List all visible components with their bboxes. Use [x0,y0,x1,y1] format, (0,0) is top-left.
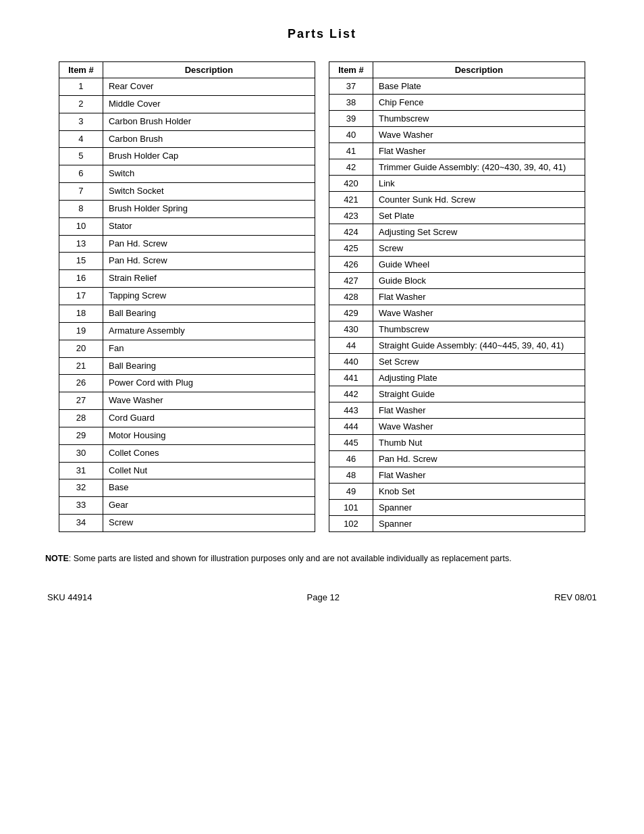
item-description: Screw [103,515,315,532]
table-row: 44Straight Guide Assembly: (440~445, 39,… [329,338,585,354]
item-number: 26 [59,375,103,392]
item-description: Brush Holder Spring [103,200,315,217]
table-row: 38Chip Fence [329,95,585,111]
table-row: 442Straight Guide [329,386,585,402]
item-description: Pan Hd. Screw [103,253,315,270]
item-number: 30 [59,444,103,462]
table-row: 39Thumbscrew [329,111,585,127]
item-number: 423 [329,208,373,224]
item-description: Set Plate [373,208,585,224]
table-row: 428Flat Washer [329,289,585,305]
table-row: 3Carbon Brush Holder [59,113,315,130]
item-number: 5 [59,148,103,165]
table-row: 30Collet Cones [59,444,315,462]
item-number: 31 [59,462,103,479]
item-description: Wave Washer [373,305,585,321]
right-table-desc-header: Description [373,62,585,78]
item-number: 428 [329,289,373,305]
item-number: 44 [329,338,373,354]
item-description: Fan [103,340,315,357]
item-number: 33 [59,497,103,515]
item-description: Base Plate [373,78,585,95]
item-number: 8 [59,200,103,217]
table-row: 37Base Plate [329,78,585,95]
item-description: Adjusting Set Screw [373,224,585,240]
item-number: 13 [59,235,103,253]
item-description: Collet Cones [103,444,315,462]
item-number: 37 [329,78,373,95]
item-description: Armature Assembly [103,322,315,340]
item-description: Middle Cover [103,95,315,113]
table-row: 426Guide Wheel [329,257,585,273]
table-row: 41Flat Washer [329,143,585,159]
left-table-item-header: Item # [59,62,103,78]
table-row: 429Wave Washer [329,305,585,321]
table-row: 1Rear Cover [59,78,315,96]
item-number: 42 [329,159,373,176]
table-row: 20Fan [59,340,315,357]
table-row: 32Base [59,479,315,497]
item-number: 19 [59,322,103,340]
item-number: 20 [59,340,103,357]
item-number: 32 [59,479,103,497]
item-description: Wave Washer [373,127,585,143]
item-description: Chip Fence [373,95,585,111]
item-description: Set Screw [373,354,585,370]
table-row: 420Link [329,176,585,192]
item-description: Straight Guide [373,386,585,402]
table-row: 16Strain Relief [59,270,315,288]
item-number: 27 [59,392,103,410]
item-number: 426 [329,257,373,273]
right-parts-table: Item # Description 37Base Plate38Chip Fe… [329,61,585,532]
item-description: Spanner [373,516,585,532]
item-number: 445 [329,435,373,451]
item-description: Wave Washer [373,419,585,435]
table-row: 31Collet Nut [59,462,315,479]
item-description: Pan Hd. Screw [103,235,315,253]
table-row: 49Knob Set [329,484,585,500]
item-number: 427 [329,273,373,289]
item-number: 10 [59,217,103,235]
table-row: 421Counter Sunk Hd. Screw [329,192,585,208]
footer-rev: REV 08/01 [554,592,597,602]
item-description: Pan Hd. Screw [373,451,585,467]
item-description: Motor Housing [103,427,315,444]
table-row: 101Spanner [329,500,585,516]
item-description: Screw [373,240,585,257]
item-number: 28 [59,410,103,427]
item-description: Collet Nut [103,462,315,479]
table-row: 430Thumbscrew [329,321,585,338]
item-description: Stator [103,217,315,235]
item-description: Switch Socket [103,183,315,201]
item-description: Link [373,176,585,192]
table-row: 34Screw [59,515,315,532]
item-number: 48 [329,467,373,484]
item-description: Flat Washer [373,289,585,305]
table-row: 48Flat Washer [329,467,585,484]
item-description: Cord Guard [103,410,315,427]
table-row: 425Screw [329,240,585,257]
item-number: 1 [59,78,103,96]
item-description: Adjusting Plate [373,370,585,386]
item-number: 7 [59,183,103,201]
item-description: Flat Washer [373,467,585,484]
item-description: Trimmer Guide Assembly: (420~430, 39, 40… [373,159,585,176]
item-number: 15 [59,253,103,270]
item-description: Flat Washer [373,143,585,159]
left-parts-table: Item # Description 1Rear Cover2Middle Co… [59,61,315,532]
item-description: Ball Bearing [103,305,315,322]
table-row: 445Thumb Nut [329,435,585,451]
item-description: Spanner [373,500,585,516]
item-description: Carbon Brush Holder [103,113,315,130]
table-row: 28Cord Guard [59,410,315,427]
table-row: 444Wave Washer [329,419,585,435]
table-row: 102Spanner [329,516,585,532]
item-number: 40 [329,127,373,143]
item-number: 420 [329,176,373,192]
footer: SKU 44914 Page 12 REV 08/01 [41,592,603,602]
table-row: 427Guide Block [329,273,585,289]
item-description: Straight Guide Assembly: (440~445, 39, 4… [373,338,585,354]
item-description: Thumbscrew [373,321,585,338]
item-number: 34 [59,515,103,532]
table-row: 26Power Cord with Plug [59,375,315,392]
